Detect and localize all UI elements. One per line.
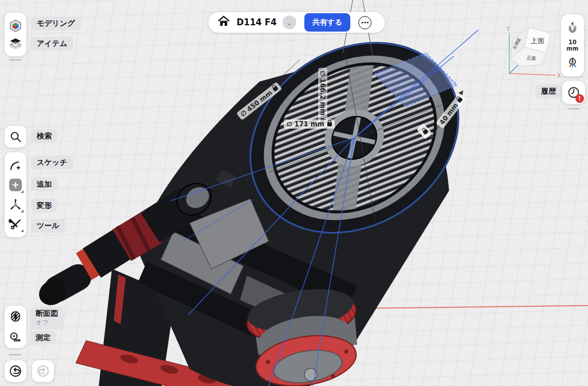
plus-glyph: + [9,179,22,191]
axis-x-label: X [557,72,561,79]
tools-label: ツール [31,219,65,233]
transform-label: 変形 [31,199,57,213]
grid-size-indicator[interactable]: 10 mm [567,39,579,52]
undo-icon [9,364,22,378]
redo-icon [36,364,50,378]
section-view-label: 断面図 オフ [30,307,64,330]
modeling-label: モデリング [31,17,81,30]
view-settings-panel: 10 mm [561,14,584,76]
add-label: 追加 [31,177,57,191]
lock-icon [272,86,278,91]
sketch-icon[interactable] [7,157,24,174]
view-cube[interactable]: Y X Z 上面 左側面 正面 [491,17,566,86]
history-button[interactable]: ! [562,81,585,104]
sketch-label: スケッチ [31,156,73,169]
orientation-gizmo-icon[interactable] [564,54,581,71]
search-button[interactable] [5,126,26,148]
history-label: 履歴 [535,84,562,98]
measure-label: 測定 [30,331,56,345]
more-options-icon[interactable]: ⋯ [358,16,372,29]
lock-icon [457,96,462,103]
document-toolbar: D114 F4 ⌄ 共有する ⋯ [208,12,385,33]
cube-front-face[interactable]: 正面 [527,55,537,61]
mode-switch-panel [5,13,26,56]
transform-icon[interactable] [7,196,24,213]
dimension-label-171mm[interactable]: ∅ 171 mm [284,119,335,129]
items-layers-icon[interactable] [7,34,24,52]
modeling-cube-icon[interactable] [7,17,24,34]
tools-wrench-icon[interactable] [7,215,24,233]
panel-drag-handle[interactable] [9,59,22,61]
panel-drag-handle[interactable] [568,108,579,110]
lock-icon [327,122,332,126]
world-x-axis [350,306,588,308]
analysis-panel [5,306,26,348]
dimension-text: ∅ 171 mm [287,120,324,128]
section-view-icon[interactable] [7,308,24,325]
panel-drag-handle[interactable] [9,354,21,356]
app-canvas[interactable]: ∅ 450 mm ∅ 166.2 mm ∅ 171 mm 40 mm [0,0,588,386]
grid-size-value: 10 [567,39,579,45]
section-view-title: 断面図 [36,309,58,318]
add-icon[interactable]: + [7,176,24,194]
share-button[interactable]: 共有する [304,13,351,32]
search-icon [9,130,22,143]
section-view-state: オフ [36,318,58,327]
document-title[interactable]: D114 F4 [237,17,277,28]
measure-icon[interactable] [7,329,24,346]
cube-top-face[interactable]: 上面 [531,37,544,45]
magnet-snap-icon[interactable] [564,20,581,37]
tools-panel: + [5,152,26,237]
search-label: 検索 [31,129,57,143]
history-alert-badge: ! [575,94,584,103]
home-icon[interactable] [218,16,230,29]
axis-y-label: Y [506,26,510,32]
undo-button[interactable] [5,360,26,382]
items-label: アイテム [31,37,73,51]
redo-button[interactable] [32,360,54,382]
grid-size-unit: mm [567,45,579,52]
dimension-text: ∅ 166.2 mm [319,71,327,115]
chevron-down-icon[interactable]: ⌄ [283,16,296,29]
dimension-label-166mm[interactable]: ∅ 166.2 mm [318,68,327,126]
